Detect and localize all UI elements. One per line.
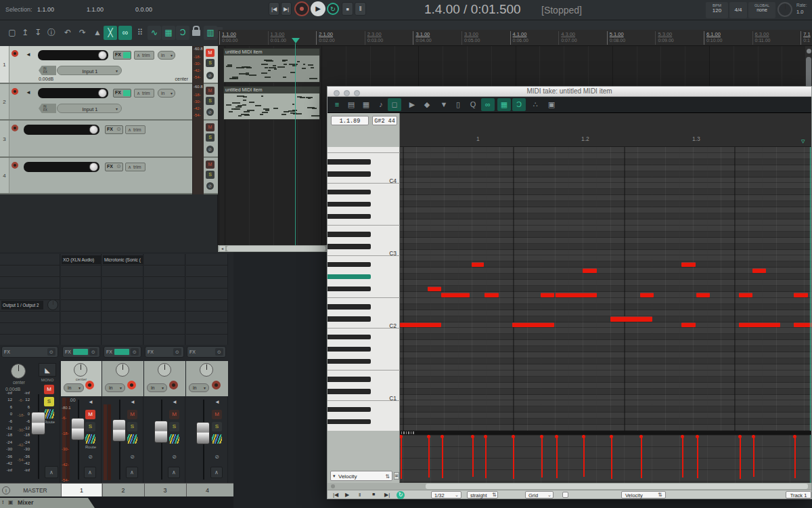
midi-note[interactable] [681, 322, 696, 327]
midi-scrollbar-thumb[interactable] [426, 484, 808, 489]
master-pan-knob[interactable] [11, 364, 26, 379]
global-value[interactable]: none [748, 7, 775, 12]
track-3[interactable]: 3FX⊙∧trimMS⊘ [0, 121, 218, 158]
volume-fader-knob[interactable] [89, 163, 98, 171]
new-project-icon[interactable]: ▢ [5, 26, 19, 40]
midi-note[interactable] [681, 262, 696, 267]
input-monitor-button[interactable]: in▾ [189, 383, 209, 392]
channel-tab-3[interactable]: 3 [144, 484, 185, 497]
midi-timeline-ruler[interactable]: ▿ 11.21.3 [400, 113, 811, 147]
cc-lane-link-icon[interactable]: ∞ [481, 98, 495, 111]
route-button[interactable] [85, 434, 95, 444]
piano-key-black-C#4[interactable] [328, 171, 371, 177]
piano-key-black-D#4[interactable] [328, 159, 371, 165]
rate-value[interactable]: 1.0 [796, 9, 803, 15]
mono-button[interactable]: ◣ [39, 363, 56, 377]
piano-key-black-A#0[interactable] [328, 407, 371, 412]
pan-knob[interactable] [116, 363, 129, 377]
selection-length-field[interactable]: 0.0.00 [135, 6, 152, 13]
piano-key-black-C#3[interactable] [328, 244, 371, 249]
volume-fader[interactable] [24, 162, 99, 172]
fader-knob[interactable] [154, 421, 168, 443]
mute-button[interactable]: M [206, 49, 215, 57]
ripple-edit-icon[interactable]: ⠿ [133, 26, 147, 40]
volume-fader-knob[interactable] [98, 89, 107, 98]
record-arm-button[interactable] [169, 381, 178, 389]
edit-cursor-marker[interactable] [292, 38, 300, 43]
route-button[interactable] [212, 434, 222, 444]
midi-edit-cursor-marker[interactable]: ▿ [801, 137, 805, 146]
playrate-knob[interactable] [777, 2, 792, 17]
snap-toggle-icon[interactable]: Ɔ [176, 26, 189, 40]
pan-knob[interactable] [200, 363, 213, 377]
fader-knob[interactable] [71, 418, 85, 440]
channel-tab-2[interactable]: 2 [102, 484, 143, 497]
route-button[interactable] [127, 434, 137, 444]
record-arm-button[interactable] [12, 50, 18, 57]
piano-keys[interactable]: C4C3C2C1 [328, 147, 400, 431]
humanize-icon[interactable]: Q [466, 98, 480, 111]
trim-envelope-button[interactable]: ∧trim [134, 89, 154, 98]
stepper-icon[interactable]: ⇅ [658, 492, 662, 498]
volume-fader-knob[interactable] [89, 125, 98, 134]
hardware-output-slot[interactable]: Output 1 / Output 2 [1, 301, 43, 310]
mute-button[interactable]: M [127, 410, 137, 419]
piano-key-black-F#2[interactable] [328, 287, 371, 292]
input-monitor-button[interactable]: in▾ [105, 383, 125, 392]
master-tab[interactable]: MASTER [10, 484, 60, 497]
mixer-channel-3[interactable]: in▾◄MS⊘∧ [144, 361, 185, 483]
velocity-stem[interactable] [472, 436, 474, 477]
phase-button[interactable]: ⊘ [86, 453, 95, 461]
trim-envelope-button[interactable]: ∧trim [125, 163, 145, 171]
piano-key-black-D#3[interactable] [328, 232, 371, 237]
power-icon[interactable]: ⊙ [215, 348, 223, 356]
quantize-icon[interactable]: ▯ [451, 98, 465, 111]
midi-horizontal-scrollbar[interactable] [328, 483, 811, 490]
velocity-stem[interactable] [442, 436, 443, 478]
midi-go-start-button[interactable]: |◀ [333, 492, 338, 498]
piano-key-black-G#2[interactable] [328, 274, 371, 280]
piano-key-black-F#3[interactable] [328, 214, 371, 219]
midi-note[interactable] [541, 293, 554, 297]
step-record-icon[interactable]: ∴ [528, 98, 542, 111]
chevron-down-icon[interactable]: ⌄ [547, 492, 551, 498]
mixer-channel-2[interactable]: in▾◄MS⊘∧ [102, 361, 143, 483]
save-project-icon[interactable]: ↧ [31, 26, 45, 40]
midi-note[interactable] [428, 287, 441, 291]
grid-settings-icon[interactable]: ▦ [497, 98, 511, 111]
midi-note[interactable] [696, 293, 710, 297]
midi-note[interactable] [400, 322, 441, 327]
midi-note[interactable] [441, 293, 470, 297]
redo-icon[interactable]: ↷ [76, 26, 89, 40]
item-grouping-icon[interactable]: ∞ [118, 26, 132, 40]
piano-key-black-C#1[interactable] [328, 389, 371, 394]
trim-envelope-button[interactable]: ∧trim [134, 51, 154, 60]
project-settings-icon[interactable]: ⓘ [45, 26, 58, 40]
pause-button[interactable]: ‖ [355, 2, 366, 16]
power-icon[interactable]: ⊙ [173, 348, 181, 356]
trim-button[interactable]: ∧ [84, 467, 96, 478]
scroll-left-button[interactable]: ◂ [219, 246, 225, 251]
velocity-stem[interactable] [513, 436, 514, 479]
velocity-stem[interactable] [611, 436, 612, 479]
piano-key-black-A#2[interactable] [328, 262, 371, 268]
piano-key-black-A#1[interactable] [328, 335, 371, 340]
solo-button[interactable]: S [206, 133, 215, 142]
input-monitor-button[interactable]: in▾ [158, 51, 175, 60]
mute-button[interactable]: M [206, 161, 215, 169]
mute-button[interactable]: M [206, 87, 215, 95]
grid-toggle-icon[interactable]: ▦ [162, 26, 175, 40]
track-4[interactable]: 4FX⊙∧trimMS⊘ [0, 158, 218, 194]
velocity-stem[interactable] [740, 436, 741, 479]
phase-button[interactable]: ⊘ [206, 146, 214, 153]
velocity-stem[interactable] [753, 436, 754, 477]
midi-note[interactable] [640, 293, 654, 297]
midi-stop-button[interactable]: ■ [372, 492, 375, 496]
bpm-value[interactable]: 120 [706, 7, 728, 14]
bpm-box[interactable]: BPM 120 [706, 2, 728, 18]
event-filter-icon[interactable]: ▼ [437, 98, 451, 111]
midi-note[interactable] [512, 322, 554, 327]
track-2[interactable]: 2◄FX∧trimin▾IN FXInput 1▾-60.8-18--30--4… [0, 84, 218, 121]
phase-button[interactable]: ⊘ [128, 453, 137, 461]
scrollbar-zoom-button[interactable] [807, 49, 811, 54]
